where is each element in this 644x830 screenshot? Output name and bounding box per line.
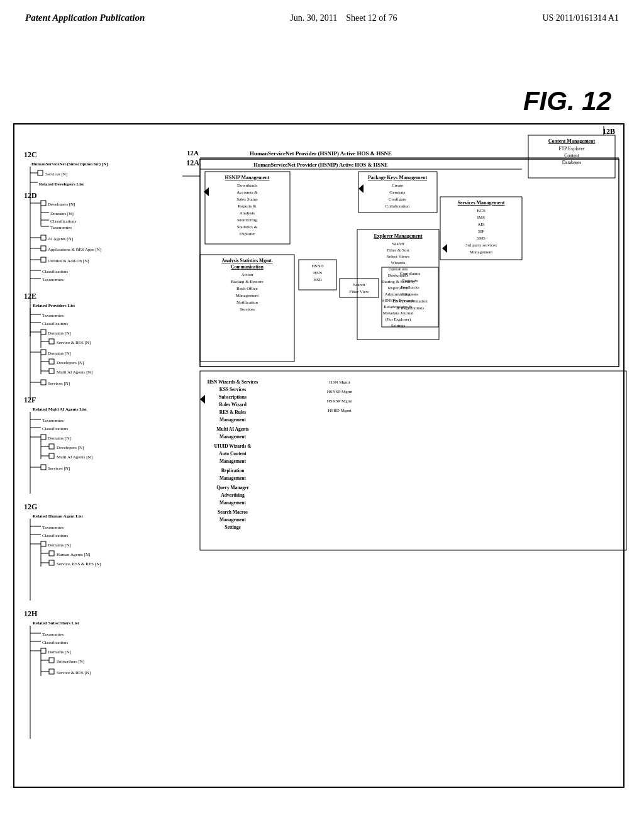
svg-text:Statistics &: Statistics & xyxy=(237,224,258,230)
svg-text:Search Macros: Search Macros xyxy=(218,509,248,515)
svg-text:Developers [N]: Developers [N] xyxy=(57,360,84,365)
svg-rect-55 xyxy=(340,279,379,297)
svg-rect-177 xyxy=(49,551,54,556)
svg-rect-161 xyxy=(49,453,54,458)
label-12b: 12B xyxy=(602,127,615,136)
svg-text:Domains [N]: Domains [N] xyxy=(48,331,71,336)
svg-text:Related Providers List: Related Providers List xyxy=(33,303,75,308)
svg-rect-99 xyxy=(41,201,46,206)
svg-text:Advertising: Advertising xyxy=(221,492,245,498)
svg-text:Metadata Journal: Metadata Journal xyxy=(383,311,413,316)
label-12h: 12H xyxy=(24,609,38,618)
svg-text:HSR (Confirmation: HSR (Confirmation xyxy=(392,299,428,304)
svg-text:Related Multi AI Agents List: Related Multi AI Agents List xyxy=(33,407,87,412)
svg-text:Collaboration: Collaboration xyxy=(386,204,410,209)
svg-text:KSS Services: KSS Services xyxy=(219,387,246,392)
svg-text:Downloads: Downloads xyxy=(237,183,257,188)
svg-text:Settings: Settings xyxy=(225,524,241,530)
analysis-title: Analysis Statistics Mgmt. xyxy=(221,258,272,263)
svg-text:Domains [N]: Domains [N] xyxy=(48,650,71,655)
svg-text:HSRD Mgmt: HSRD Mgmt xyxy=(328,408,352,413)
svg-text:Search: Search xyxy=(392,241,404,246)
svg-text:Auto Content: Auto Content xyxy=(219,451,247,456)
svg-text:Domains [N]: Domains [N] xyxy=(48,351,71,356)
svg-text:Multi AI Agents: Multi AI Agents xyxy=(216,426,248,432)
svg-text:HSKSP Mgmt: HSKSP Mgmt xyxy=(327,399,352,404)
svg-text:Multi AI Agents [N]: Multi AI Agents [N] xyxy=(57,455,92,460)
svg-text:UIUID Wizards &: UIUID Wizards & xyxy=(214,443,252,449)
svg-text:SIP: SIP xyxy=(478,229,484,234)
svg-text:Services: Services xyxy=(240,307,255,312)
svg-text:Management: Management xyxy=(219,517,247,523)
svg-text:Accounts &: Accounts & xyxy=(236,190,258,195)
svg-rect-173 xyxy=(41,541,46,546)
svg-rect-193 xyxy=(49,658,54,663)
svg-text:Notification: Notification xyxy=(236,300,258,305)
svg-text:Management: Management xyxy=(236,293,259,298)
svg-rect-128 xyxy=(41,329,46,335)
svg-text:Subscriptions: Subscriptions xyxy=(219,394,247,400)
svg-rect-65 xyxy=(200,371,626,550)
arrow-2 xyxy=(442,244,447,253)
svg-text:Classifications: Classifications xyxy=(42,640,68,645)
hsnip-mgmt-title: HSNIP Management xyxy=(225,175,270,180)
svg-text:Classifications: Classifications xyxy=(42,269,68,274)
label-12c: 12C xyxy=(24,150,37,159)
svg-text:Databases: Databases xyxy=(562,160,581,165)
svg-text:Communication: Communication xyxy=(231,264,264,270)
svg-text:SMS: SMS xyxy=(477,236,486,241)
svg-text:Settings: Settings xyxy=(391,323,406,328)
content-mgmt-title: Content Management xyxy=(548,138,596,144)
svg-text:HSN Mgmt: HSN Mgmt xyxy=(330,380,350,385)
svg-rect-145 xyxy=(41,380,46,385)
svg-rect-158 xyxy=(49,444,54,449)
label-12a: 12A xyxy=(186,158,199,167)
label-12e: 12E xyxy=(24,292,36,301)
svg-rect-196 xyxy=(49,669,54,674)
svg-text:Applications & RES Apps [N]: Applications & RES Apps [N] xyxy=(48,247,101,252)
svg-text:Taxonomies: Taxonomies xyxy=(42,277,64,282)
svg-rect-93 xyxy=(38,170,43,175)
svg-text:Requests: Requests xyxy=(402,292,418,297)
svg-text:Filter & Sort: Filter & Sort xyxy=(387,248,409,253)
svg-text:Monitoring: Monitoring xyxy=(237,218,257,223)
svg-text:Management: Management xyxy=(219,417,247,423)
svg-text:Action: Action xyxy=(241,272,253,277)
svg-text:Developers [N]: Developers [N] xyxy=(57,445,84,450)
svg-rect-154 xyxy=(41,434,46,440)
svg-text:Subscribers [N]: Subscribers [N] xyxy=(57,659,84,664)
patent-number: US 2011/0161314 A1 xyxy=(542,11,619,25)
svg-text:Query Manager: Query Manager xyxy=(216,485,249,490)
svg-rect-164 xyxy=(41,465,46,470)
svg-rect-189 xyxy=(41,648,46,653)
svg-text:Search: Search xyxy=(353,282,365,287)
svg-text:AIS: AIS xyxy=(477,222,484,227)
svg-text:Complaints: Complaints xyxy=(400,271,421,276)
svg-text:FTP Explorer: FTP Explorer xyxy=(559,146,585,152)
publication-title: Patent Application Publication xyxy=(25,11,145,25)
svg-rect-135 xyxy=(41,350,46,355)
svg-text:HSN: HSN xyxy=(313,270,322,275)
svg-text:(For Explorer): (For Explorer) xyxy=(386,317,411,322)
svg-text:Management: Management xyxy=(219,458,247,464)
sheet-info: Sheet 12 of 76 xyxy=(346,13,397,23)
svg-text:Backup & Restore: Backup & Restore xyxy=(231,279,264,284)
svg-text:Management: Management xyxy=(470,250,493,255)
svg-text:RES & Rules: RES & Rules xyxy=(219,409,247,415)
svg-text:IMS: IMS xyxy=(477,215,486,220)
svg-text:HumanServiceNet Provider (HSNI: HumanServiceNet Provider (HSNIP) Active … xyxy=(250,150,392,157)
svg-text:KCS: KCS xyxy=(477,208,486,213)
svg-text:HSR: HSR xyxy=(313,277,322,282)
svg-text:Related Human Agent List: Related Human Agent List xyxy=(33,514,84,519)
svg-text:Rules Wizard: Rules Wizard xyxy=(219,402,247,407)
svg-text:HSN Wizards & Services: HSN Wizards & Services xyxy=(208,379,258,385)
svg-text:Classifications: Classifications xyxy=(42,426,68,431)
svg-text:Sales Status: Sales Status xyxy=(236,197,258,202)
svg-text:Taxonomies: Taxonomies xyxy=(42,525,64,530)
svg-text:Management: Management xyxy=(219,475,247,481)
header-center: Jun. 30, 2011 Sheet 12 of 76 xyxy=(290,11,397,25)
publication-date: Jun. 30, 2011 xyxy=(290,13,337,23)
svg-text:Supports: Supports xyxy=(402,278,418,283)
svg-text:Explorer: Explorer xyxy=(240,231,255,236)
page-header: Patent Application Publication Jun. 30, … xyxy=(0,0,644,25)
